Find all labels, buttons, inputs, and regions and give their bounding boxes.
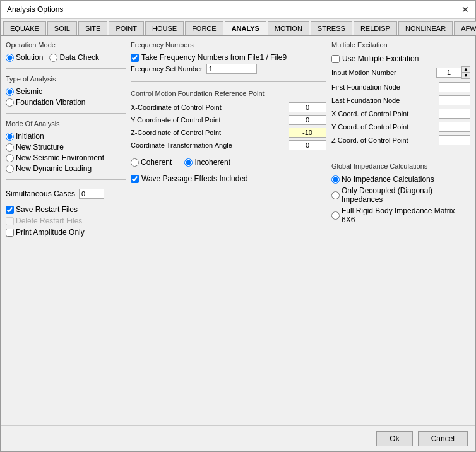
tab-nonlinear[interactable]: NONLINEAR	[398, 21, 453, 35]
type-of-analysis-section: Type of Analysis Seismic Foundation Vibr…	[6, 75, 126, 107]
z-coord-control-row: Z Coord. of Control Point 0	[331, 135, 470, 145]
new-seismic-label: New Seismic Environment	[16, 153, 104, 162]
window-title: Analysis Options	[7, 5, 63, 14]
tab-motion[interactable]: MOTION	[268, 21, 309, 35]
initiation-radio-item[interactable]: Initiation	[6, 132, 126, 141]
save-restart-checkbox[interactable]	[6, 206, 14, 214]
operation-mode-label: Operation Mode	[6, 41, 126, 49]
main-window: Analysis Options ✕ EQUAKE SOIL SITE POIN…	[0, 0, 476, 452]
x-coord-control-label: X Coord. of Control Point	[331, 110, 436, 117]
y-coord-control-row: Y Coord. of Control Point 0	[331, 122, 470, 132]
take-freq-row: Take Frequency Numbers from File1 / File…	[131, 53, 326, 62]
operation-mode-section: Operation Mode Solution Data Check	[6, 41, 126, 62]
tab-bar: EQUAKE SOIL SITE POINT HOUSE FORCE ANALY…	[1, 19, 475, 36]
close-button[interactable]: ✕	[461, 4, 469, 15]
only-decoupled-label: Only Decoupled (Diagonal) Impedances	[342, 186, 470, 204]
tab-site[interactable]: SITE	[78, 21, 107, 35]
solution-radio[interactable]	[6, 54, 14, 62]
y-coord-control-input[interactable]: 0	[439, 122, 470, 132]
simultaneous-cases-row: Simultaneous Cases 0	[6, 189, 126, 199]
no-impedance-radio-item[interactable]: No Impedance Calculations	[331, 175, 470, 184]
y-coord-row: Y-Coordinate of Control Point 0	[131, 115, 326, 125]
global-impedance-section: Global Impedance Calculations No Impedan…	[331, 162, 470, 224]
solution-radio-item[interactable]: Solution	[6, 53, 43, 62]
last-foundation-row: Last Foundation Node 69	[331, 95, 470, 105]
freq-set-row: Frequency Set Number 1	[131, 64, 326, 74]
z-coord-control-input[interactable]: 0	[439, 135, 470, 145]
left-panel: Operation Mode Solution Data Check Type …	[6, 41, 126, 420]
tab-stress[interactable]: STRESS	[311, 21, 352, 35]
last-foundation-input[interactable]: 69	[439, 95, 470, 105]
tab-house[interactable]: HOUSE	[145, 21, 184, 35]
input-motion-label: Input Motion Number	[331, 69, 434, 76]
first-foundation-input[interactable]: 1	[439, 82, 470, 92]
cancel-button[interactable]: Cancel	[418, 431, 468, 446]
foundation-vibration-radio-item[interactable]: Foundation Vibration	[6, 98, 126, 107]
tab-analys[interactable]: ANALYS	[225, 21, 266, 35]
solution-label: Solution	[16, 53, 43, 62]
x-coord-input[interactable]: 0	[289, 102, 326, 112]
tab-force[interactable]: FORCE	[185, 21, 223, 35]
seismic-radio[interactable]	[6, 88, 14, 96]
tab-soil[interactable]: SOIL	[47, 21, 77, 35]
z-coord-control-label: Z Coord. of Control Point	[331, 136, 436, 144]
freq-set-input[interactable]: 1	[206, 64, 257, 74]
full-rigid-radio[interactable]	[331, 211, 340, 220]
control-motion-section: Control Motion Foundation Reference Poin…	[131, 90, 326, 150]
transform-input[interactable]: 0	[289, 140, 326, 150]
print-amplitude-checkbox[interactable]	[6, 229, 14, 237]
new-dynamic-radio[interactable]	[6, 165, 14, 173]
middle-panel: Frequency Numbers Take Frequency Numbers…	[131, 41, 326, 420]
use-multiple-label: Use Multiple Excitation	[342, 54, 419, 63]
coherent-label: Coherent	[141, 158, 172, 167]
z-coord-row: Z-Coordinate of Control Point -10	[131, 128, 326, 138]
tab-equake[interactable]: EQUAKE	[3, 21, 46, 35]
simultaneous-cases-input[interactable]: 0	[79, 189, 104, 199]
take-freq-checkbox[interactable]	[131, 54, 139, 62]
coherent-radio-item[interactable]: Coherent	[131, 158, 172, 167]
incoherent-radio-item[interactable]: Incoherent	[184, 158, 230, 167]
full-rigid-radio-item[interactable]: Full Rigid Body Impedance Matrix 6X6	[331, 206, 470, 224]
new-structure-radio[interactable]	[6, 143, 14, 152]
bottom-checks: Save Restart Files Delete Restart Files …	[6, 205, 126, 237]
new-dynamic-radio-item[interactable]: New Dynamic Loading	[6, 164, 126, 173]
input-motion-row: Input Motion Number 1 ▲ ▼	[331, 66, 470, 79]
no-impedance-label: No Impedance Calculations	[342, 175, 434, 184]
coherent-row: Coherent Incoherent	[131, 158, 326, 167]
y-coord-input[interactable]: 0	[289, 115, 326, 125]
spinner-down[interactable]: ▼	[461, 73, 470, 79]
datacheck-radio-item[interactable]: Data Check	[49, 53, 99, 62]
tab-afwrite[interactable]: AFWRITE	[454, 21, 476, 35]
seismic-radio-item[interactable]: Seismic	[6, 87, 126, 96]
use-multiple-checkbox[interactable]	[331, 55, 340, 63]
incoherent-label: Incoherent	[194, 158, 230, 167]
new-seismic-radio[interactable]	[6, 154, 14, 162]
z-coord-input[interactable]: -10	[289, 128, 326, 138]
print-amplitude-label: Print Amplitude Only	[16, 228, 85, 237]
spinner-up[interactable]: ▲	[461, 66, 470, 73]
tab-reldisp[interactable]: RELDISP	[354, 21, 397, 35]
foundation-vibration-radio[interactable]	[6, 98, 14, 107]
print-amplitude-item[interactable]: Print Amplitude Only	[6, 228, 126, 237]
initiation-radio[interactable]	[6, 133, 14, 141]
new-seismic-radio-item[interactable]: New Seismic Environment	[6, 153, 126, 162]
incoherent-radio[interactable]	[184, 158, 193, 167]
input-motion-input[interactable]: 1	[436, 68, 461, 78]
save-restart-item[interactable]: Save Restart Files	[6, 205, 126, 214]
datacheck-radio[interactable]	[49, 54, 57, 62]
coherent-radio[interactable]	[131, 158, 139, 167]
ok-button[interactable]: Ok	[376, 431, 412, 446]
z-coord-label: Z-Coordinate of Control Point	[131, 129, 286, 136]
wave-passage-label: Wave Passage Effects Included	[141, 174, 248, 183]
only-decoupled-radio[interactable]	[331, 191, 340, 199]
foundation-vibration-label: Foundation Vibration	[16, 98, 86, 107]
simultaneous-cases-label: Simultaneous Cases	[6, 189, 75, 198]
x-coord-control-input[interactable]: 0	[439, 109, 470, 119]
tab-point[interactable]: POINT	[109, 21, 144, 35]
new-dynamic-label: New Dynamic Loading	[16, 164, 92, 173]
only-decoupled-radio-item[interactable]: Only Decoupled (Diagonal) Impedances	[331, 186, 470, 204]
no-impedance-radio[interactable]	[331, 175, 340, 184]
y-coord-label: Y-Coordinate of Control Point	[131, 116, 286, 124]
new-structure-radio-item[interactable]: New Structure	[6, 143, 126, 152]
wave-passage-checkbox[interactable]	[131, 175, 139, 183]
